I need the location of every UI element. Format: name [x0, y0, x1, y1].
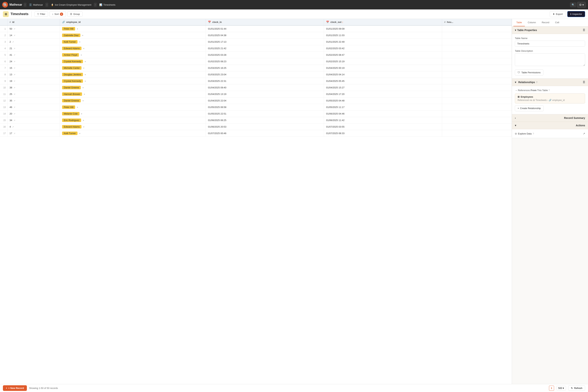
cell-employee[interactable]: Daniel Greene ▾ [60, 98, 206, 104]
table-row[interactable]: 12 35 ↗ Daniel Greene ▾ 01/04/2025 22:04… [0, 98, 512, 104]
dropdown-arrow[interactable]: ▾ [79, 41, 80, 43]
table-row[interactable]: 14 20 ↗ Melanie Cole ▾ 01/05/2025 22:51 … [0, 110, 512, 117]
cell-employee[interactable]: Edward Adams ▾ [60, 124, 206, 130]
dropdown-arrow[interactable]: ▾ [83, 126, 84, 128]
cell-id[interactable]: 38 ↗ [7, 84, 60, 91]
cell-employee[interactable]: Kelli Turner ▾ [60, 130, 206, 137]
cell-employee[interactable]: Michelle Carter ▾ [60, 65, 206, 71]
dropdown-arrow[interactable]: ▾ [79, 132, 80, 134]
expand-icon[interactable]: ↗ [14, 113, 15, 115]
cell-id[interactable]: 4 ↗ [7, 124, 60, 130]
table-row[interactable]: 11 25 ↗ Hannah Brewer ▾ 01/04/2025 13:19… [0, 91, 512, 98]
table-row[interactable]: 5 41 ↗ Amber Floyd ▾ 01/02/2025 03:28 01… [0, 52, 512, 58]
table-row[interactable]: 4 21 ↗ Edward Adams ▾ 01/01/2025 21:42 0… [0, 45, 512, 52]
cell-employee[interactable]: Peter Hill ▾ [60, 104, 206, 110]
table-row[interactable]: 10 38 ↗ Daniel Greene ▾ 01/04/2025 09:40… [0, 84, 512, 91]
cell-id[interactable]: 13 ↗ [7, 71, 60, 78]
nav-item-icecream[interactable]: 🍦 Ice Cream Employee Management [49, 3, 93, 7]
nav-item-mathesar[interactable]: 🗄️ Mathesar [27, 3, 45, 7]
expand-icon[interactable]: ↗ [14, 54, 15, 56]
dropdown-arrow[interactable]: ▾ [81, 54, 82, 56]
cell-id[interactable]: 17 ↗ [7, 130, 60, 137]
page-number[interactable]: 1 [549, 386, 554, 391]
explore-help-icon[interactable]: ? [533, 132, 534, 135]
cell-id[interactable]: 19 ↗ [7, 78, 60, 84]
new-record-button[interactable]: + + New Record [3, 385, 27, 391]
expand-icon[interactable]: ↗ [14, 119, 15, 122]
cell-id[interactable]: 15 ↗ [7, 65, 60, 71]
cell-id[interactable]: 50 ↗ [7, 26, 60, 32]
dropdown-arrow[interactable]: ▾ [85, 80, 86, 82]
dropdown-arrow[interactable]: ▾ [77, 28, 78, 30]
expand-icon[interactable]: ↗ [14, 67, 15, 69]
tab-column[interactable]: Column [525, 19, 539, 26]
col-clock-in[interactable]: 📅 clock_in [206, 19, 324, 26]
cell-id[interactable]: 20 ↗ [7, 110, 60, 117]
tab-record[interactable]: Record [539, 19, 552, 26]
col-clock-out[interactable]: 📅 clock_out ↕ [324, 19, 442, 26]
nav-item-timesheets[interactable]: 📊 Timesheets [98, 3, 117, 7]
explore-external-icon[interactable]: ↗ [583, 132, 585, 135]
breadcrumb-chevron-3[interactable]: › [94, 3, 97, 7]
sort-button[interactable]: ↕ Sort 1 [50, 11, 66, 17]
group-button[interactable]: ☰ Group [67, 12, 82, 17]
cell-id[interactable]: 24 ↗ [7, 58, 60, 65]
cell-id[interactable]: 21 ↗ [7, 45, 60, 52]
expand-icon[interactable]: ↗ [14, 34, 15, 36]
table-row[interactable]: 15 34 ↗ Eric Rodriguez ▾ 01/06/2025 06:2… [0, 117, 512, 124]
breadcrumb-chevron-2[interactable]: › [45, 3, 48, 7]
cell-id[interactable]: 35 ↗ [7, 98, 60, 104]
col-hours[interactable]: # hou... [442, 19, 512, 26]
cell-employee[interactable]: Crystal Kennedy ▾ [60, 78, 206, 84]
expand-icon[interactable]: ↗ [14, 60, 15, 62]
table-row[interactable]: 16 4 ↗ Edward Adams ▾ 01/06/2025 20:53 0… [0, 124, 512, 130]
table-properties-header[interactable]: ▾ Table Properties 🗄 [515, 29, 585, 32]
expand-icon[interactable]: ↗ [12, 126, 14, 128]
expand-icon[interactable]: ↗ [14, 74, 15, 76]
dropdown-arrow[interactable]: ▾ [82, 100, 84, 102]
table-row[interactable]: 6 24 ↗ Crystal Kennedy ▾ 01/02/2025 08:2… [0, 58, 512, 65]
dropdown-arrow[interactable]: ▾ [83, 119, 84, 122]
col-id[interactable]: # id [7, 19, 60, 26]
cell-employee[interactable]: Gabrielle Diaz ▾ [60, 32, 206, 39]
cell-id[interactable]: 34 ↗ [7, 117, 60, 124]
relationships-help-icon[interactable]: ? [536, 81, 538, 84]
table-description-textarea[interactable] [515, 53, 585, 66]
dropdown-arrow[interactable]: ▾ [82, 86, 84, 89]
actions-header[interactable]: ▾ Actions [515, 124, 585, 127]
expand-icon[interactable]: ↗ [14, 132, 15, 134]
inspector-button[interactable]: ℹ Inspector [567, 11, 585, 17]
dropdown-arrow[interactable]: ▾ [83, 47, 84, 50]
cell-employee[interactable]: Kelli Turner ▾ [60, 39, 206, 45]
cell-employee[interactable]: Douglas Jenkins ▾ [60, 71, 206, 78]
cell-id[interactable]: 41 ↗ [7, 52, 60, 58]
table-row[interactable]: 8 13 ↗ Douglas Jenkins ▾ 01/03/2025 23:0… [0, 71, 512, 78]
expand-icon[interactable]: ↗ [14, 106, 15, 108]
table-row[interactable]: 2 14 ↗ Gabrielle Diaz ▾ 01/01/2025 04:38… [0, 32, 512, 39]
export-button[interactable]: ⬇ Export [550, 11, 566, 17]
tab-cell[interactable]: Cell [552, 19, 562, 26]
cell-employee[interactable]: Melanie Cole ▾ [60, 110, 206, 117]
dropdown-arrow[interactable]: ▾ [85, 60, 86, 62]
cell-id[interactable]: 46 ↗ [7, 104, 60, 110]
cell-employee[interactable]: Edward Adams ▾ [60, 45, 206, 52]
dropdown-arrow[interactable]: ▾ [84, 93, 85, 95]
cell-id[interactable]: 2 ↗ [7, 39, 60, 45]
cell-id[interactable]: 14 ↗ [7, 32, 60, 39]
dropdown-arrow[interactable]: ▾ [81, 113, 82, 115]
cell-employee[interactable]: Eric Rodriguez ▾ [60, 117, 206, 124]
expand-icon[interactable]: ↗ [14, 80, 15, 82]
record-summary-header[interactable]: › Record Summary [515, 116, 585, 120]
create-relationship-button[interactable]: + Create Relationship [515, 105, 544, 111]
dropdown-arrow[interactable]: ▾ [85, 74, 86, 76]
ref-help-icon[interactable]: ? [548, 89, 550, 92]
relationships-header[interactable]: ▾ Relationships ? 🗄 [515, 81, 585, 84]
nav-search-button[interactable]: 🔍 [570, 2, 576, 7]
cell-employee[interactable]: Peter Hill ▾ [60, 26, 206, 32]
cell-id[interactable]: 25 ↗ [7, 91, 60, 98]
cell-employee[interactable]: Daniel Greene ▾ [60, 84, 206, 91]
table-permissions-button[interactable]: 🛡 Table Permissions [515, 70, 543, 76]
col-employee-id[interactable]: 🔗 employee_id [60, 19, 206, 26]
table-row[interactable]: 1 50 ↗ Peter Hill ▾ 01/01/2025 01:44 01/… [0, 26, 512, 32]
expand-icon[interactable]: ↗ [14, 100, 15, 102]
